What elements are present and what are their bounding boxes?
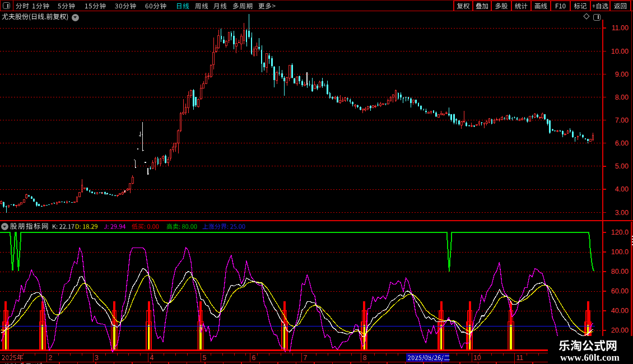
svg-text:10.00: 10.00 bbox=[611, 48, 629, 55]
svg-text:11: 11 bbox=[516, 354, 524, 362]
svg-text:9.00: 9.00 bbox=[615, 71, 629, 78]
svg-text:6: 6 bbox=[252, 354, 256, 362]
svg-text:10: 10 bbox=[473, 354, 481, 362]
svg-text:120.0: 120.0 bbox=[611, 228, 629, 236]
svg-text:4.00: 4.00 bbox=[615, 185, 629, 193]
svg-text:100.0: 100.0 bbox=[611, 248, 629, 256]
svg-text:6.00: 6.00 bbox=[615, 139, 629, 147]
svg-text:7: 7 bbox=[304, 354, 308, 362]
svg-text:8.00: 8.00 bbox=[615, 94, 629, 101]
svg-text:3.00: 3.00 bbox=[615, 209, 629, 217]
svg-text:40.00: 40.00 bbox=[611, 307, 629, 315]
svg-text:7.00: 7.00 bbox=[615, 116, 629, 124]
svg-text:8: 8 bbox=[363, 354, 367, 362]
svg-text:4: 4 bbox=[150, 354, 154, 362]
svg-text:20.00: 20.00 bbox=[611, 326, 629, 334]
svg-text:3: 3 bbox=[95, 354, 99, 362]
svg-text:2: 2 bbox=[49, 354, 53, 362]
svg-text:60.00: 60.00 bbox=[611, 287, 629, 295]
svg-text:5.00: 5.00 bbox=[615, 162, 629, 170]
svg-text:80.00: 80.00 bbox=[611, 268, 629, 276]
svg-text:5: 5 bbox=[203, 354, 207, 362]
svg-text:11.00: 11.00 bbox=[612, 24, 629, 32]
